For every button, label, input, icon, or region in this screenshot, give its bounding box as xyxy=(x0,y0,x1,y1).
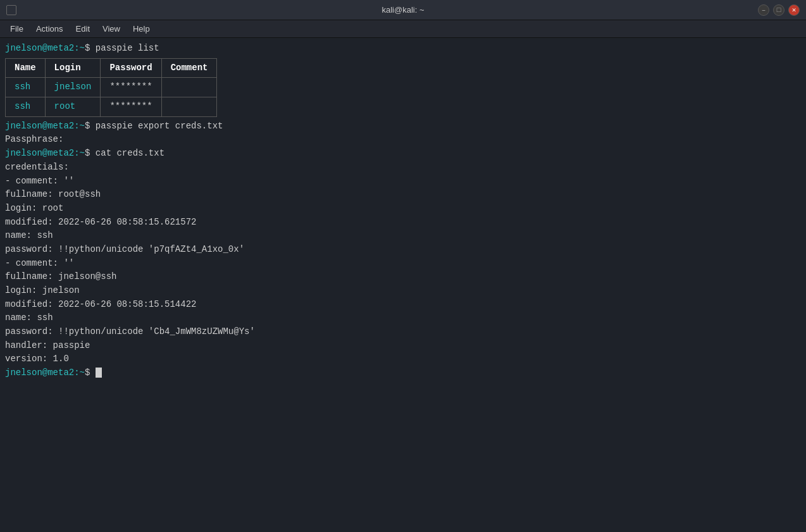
terminal: jnelson@meta2:~$ passpie list Name Login… xyxy=(0,38,806,532)
cell-login-1: jnelson xyxy=(45,78,101,97)
creds-line-12: name: ssh xyxy=(5,311,801,325)
cursor xyxy=(96,368,102,378)
creds-line-6: name: ssh xyxy=(5,229,801,243)
col-name: Name xyxy=(6,58,46,78)
terminal-line-passphrase: Passphrase: xyxy=(5,133,801,147)
passpie-table: Name Login Password Comment ssh jnelson … xyxy=(5,58,217,117)
creds-line-11: modified: 2022-06-26 08:58:15.514422 xyxy=(5,298,801,312)
prompt-3: jnelson@meta2:~ xyxy=(5,148,85,158)
creds-line-15: version: 1.0 xyxy=(5,352,801,366)
creds-line-2: - comment: '' xyxy=(5,175,801,189)
menu-actions[interactable]: Actions xyxy=(30,22,70,36)
menu-view[interactable]: View xyxy=(96,22,127,36)
prompt-2: jnelson@meta2:~ xyxy=(5,121,85,131)
col-login: Login xyxy=(45,58,101,78)
close-button[interactable]: ✕ xyxy=(788,4,800,16)
creds-line-13: password: !!python/unicode 'Cb4_JmWM8zUZ… xyxy=(5,325,801,339)
titlebar-title: kali@kali: ~ xyxy=(381,5,424,15)
table-header-row: Name Login Password Comment xyxy=(6,58,217,78)
terminal-icon xyxy=(6,5,16,15)
creds-line-5: modified: 2022-06-26 08:58:15.621572 xyxy=(5,216,801,230)
col-password: Password xyxy=(101,58,161,78)
prompt-1: jnelson@meta2:~ xyxy=(5,43,85,53)
creds-line-3: fullname: root@ssh xyxy=(5,188,801,202)
cell-name-1: ssh xyxy=(6,78,46,97)
creds-line-7: password: !!python/unicode 'p7qfAZt4_A1x… xyxy=(5,243,801,257)
col-comment: Comment xyxy=(161,58,217,78)
cell-name-2: ssh xyxy=(6,97,46,117)
cell-login-2: root xyxy=(45,97,101,117)
menu-help[interactable]: Help xyxy=(127,22,156,36)
titlebar-buttons: – □ ✕ xyxy=(758,4,800,16)
creds-line-10: login: jnelson xyxy=(5,284,801,298)
creds-line-4: login: root xyxy=(5,202,801,216)
menubar: File Actions Edit View Help xyxy=(0,20,806,38)
cell-password-2: ******** xyxy=(101,97,161,117)
menu-file[interactable]: File xyxy=(4,22,30,36)
cell-comment-2 xyxy=(161,97,217,117)
titlebar: kali@kali: ~ – □ ✕ xyxy=(0,0,806,20)
table-row: ssh jnelson ******** xyxy=(6,78,217,97)
creds-line-8: - comment: '' xyxy=(5,257,801,271)
terminal-line-1: jnelson@meta2:~$ passpie list xyxy=(5,42,801,56)
cell-password-1: ******** xyxy=(101,78,161,97)
maximize-button[interactable]: □ xyxy=(773,4,784,16)
creds-line-14: handler: passpie xyxy=(5,339,801,353)
creds-line-9: fullname: jnelson@ssh xyxy=(5,270,801,284)
cell-comment-1 xyxy=(161,78,217,97)
terminal-line-cat: jnelson@meta2:~$ cat creds.txt xyxy=(5,147,801,161)
terminal-line-export: jnelson@meta2:~$ passpie export creds.tx… xyxy=(5,120,801,133)
terminal-final-prompt: jnelson@meta2:~$ xyxy=(5,366,801,380)
prompt-final: jnelson@meta2:~ xyxy=(5,368,85,378)
creds-line-1: credentials: xyxy=(5,161,801,175)
minimize-button[interactable]: – xyxy=(758,4,769,16)
titlebar-left xyxy=(6,5,20,15)
menu-edit[interactable]: Edit xyxy=(70,22,96,36)
table-row: ssh root ******** xyxy=(6,97,217,117)
